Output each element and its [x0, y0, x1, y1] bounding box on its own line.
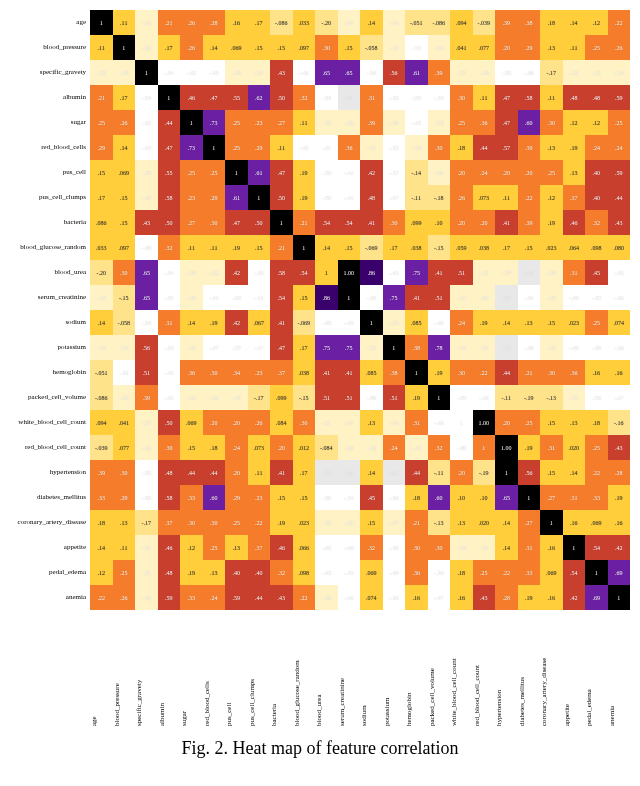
- heatmap-cell: .21: [518, 360, 541, 385]
- heatmap-cell: -.17: [540, 60, 563, 85]
- heatmap-cell: -.43: [608, 260, 631, 285]
- heatmap-cell: .50: [158, 210, 181, 235]
- heatmap-cell: .39: [495, 10, 518, 35]
- heatmap-cell: .42: [563, 585, 586, 610]
- heatmap-cell: .20: [270, 435, 293, 460]
- heatmap-cell: .14: [360, 10, 383, 35]
- heatmap-cell: .22: [495, 560, 518, 585]
- heatmap-cell: .57: [495, 135, 518, 160]
- heatmap-cell: .41: [428, 260, 451, 285]
- heatmap-cell: -.54: [360, 60, 383, 85]
- heatmap-cell: -.31: [360, 135, 383, 160]
- heatmap-cell: -.56: [585, 385, 608, 410]
- heatmap-cell: -.28: [473, 285, 496, 310]
- heatmap-cell: .21: [405, 510, 428, 535]
- heatmap-cell: .27: [180, 210, 203, 235]
- heatmap-cell: -.47: [608, 385, 631, 410]
- heatmap-cell: .12: [90, 560, 113, 585]
- heatmap-cell: -.37: [540, 335, 563, 360]
- heatmap-cell: -.27: [135, 410, 158, 435]
- heatmap-cell: .86: [360, 260, 383, 285]
- heatmap-cell: .097: [113, 235, 136, 260]
- heatmap-cell: .25: [225, 510, 248, 535]
- heatmap-cell: -.54: [158, 60, 181, 85]
- heatmap-cell: .22: [518, 185, 541, 210]
- row-label: albumin: [10, 85, 90, 110]
- heatmap-cell: .18: [405, 485, 428, 510]
- heatmap-cell: .25: [203, 535, 226, 560]
- heatmap-cell: .44: [473, 135, 496, 160]
- heatmap-cell: .19: [270, 510, 293, 535]
- heatmap-cell: .11: [113, 535, 136, 560]
- heatmap-cell: .30: [158, 435, 181, 460]
- heatmap-cell: -.15: [428, 235, 451, 260]
- heatmap-cell: .19: [540, 210, 563, 235]
- heatmap-cell: -.37: [180, 335, 203, 360]
- heatmap-cell: .61: [405, 60, 428, 85]
- heatmap-cell: -.039: [90, 435, 113, 460]
- heatmap-cell: .11: [270, 135, 293, 160]
- heatmap-cell: .41: [270, 460, 293, 485]
- row-label: potassium: [10, 335, 90, 360]
- heatmap-cell: .18: [203, 435, 226, 460]
- heatmap-cell: .46: [158, 535, 181, 560]
- heatmap-cell: -.48: [293, 60, 316, 85]
- heatmap-cell: .59: [608, 160, 631, 185]
- heatmap-cell: -.54: [135, 85, 158, 110]
- heatmap-cell: .41: [360, 210, 383, 235]
- heatmap-cell: .22: [248, 510, 271, 535]
- heatmap-cell: .62: [248, 85, 271, 110]
- heatmap-cell: -.43: [203, 60, 226, 85]
- heatmap-cell: -.42: [180, 60, 203, 85]
- heatmap-cell: 1: [360, 310, 383, 335]
- heatmap-cell: .17: [90, 185, 113, 210]
- heatmap-cell: -.68: [495, 335, 518, 360]
- heatmap-cell: .48: [563, 85, 586, 110]
- heatmap-cell: .37: [158, 510, 181, 535]
- heatmap-cell: .15: [270, 35, 293, 60]
- heatmap-cell: -.53: [383, 135, 406, 160]
- heatmap-cell: .33: [585, 485, 608, 510]
- heatmap-cell: .86: [315, 285, 338, 310]
- heatmap-cell: .43: [270, 60, 293, 85]
- heatmap-cell: .15: [360, 510, 383, 535]
- col-label: anemia: [608, 610, 631, 730]
- heatmap-cell: -.37: [248, 60, 271, 85]
- heatmap-cell: .41: [315, 360, 338, 385]
- heatmap-cell: .077: [113, 435, 136, 460]
- heatmap-cell: .14: [563, 10, 586, 35]
- heatmap-cell: -.56: [608, 335, 631, 360]
- heatmap-cell: -.37: [563, 385, 586, 410]
- heatmap-cell: .099: [270, 385, 293, 410]
- heatmap-cell: .30: [540, 360, 563, 385]
- heatmap-cell: -.58: [248, 260, 271, 285]
- heatmap-cell: .26: [113, 110, 136, 135]
- heatmap-cell: .26: [113, 585, 136, 610]
- heatmap-cell: .33: [518, 560, 541, 585]
- heatmap-cell: .39: [360, 110, 383, 135]
- heatmap-cell: .51: [338, 385, 361, 410]
- heatmap-cell: .54: [270, 285, 293, 310]
- heatmap-cell: -.55: [428, 85, 451, 110]
- heatmap-cell: -.20: [315, 10, 338, 35]
- heatmap-cell: -.38: [203, 385, 226, 410]
- heatmap-cell: .33: [180, 485, 203, 510]
- heatmap-cell: .16: [585, 360, 608, 385]
- heatmap-cell: .31: [563, 485, 586, 510]
- row-label: pedal_edema: [10, 560, 90, 585]
- heatmap-cell: -.33: [428, 35, 451, 60]
- row-label: specific_gravety: [10, 60, 90, 85]
- heatmap-cell: .28: [495, 585, 518, 610]
- heatmap-cell: .44: [405, 460, 428, 485]
- heatmap-cell: .58: [518, 85, 541, 110]
- col-label: appetite: [563, 610, 586, 730]
- heatmap-cell: -.38: [180, 285, 203, 310]
- heatmap-cell: .033: [90, 235, 113, 260]
- col-label: pus_cell: [225, 610, 248, 730]
- heatmap-cell: .59: [158, 585, 181, 610]
- heatmap-cell: .30: [315, 35, 338, 60]
- heatmap-cell: .41: [338, 360, 361, 385]
- heatmap-cell: .13: [360, 410, 383, 435]
- heatmap-cell: -.45: [315, 535, 338, 560]
- heatmap-cell: -.22: [90, 60, 113, 85]
